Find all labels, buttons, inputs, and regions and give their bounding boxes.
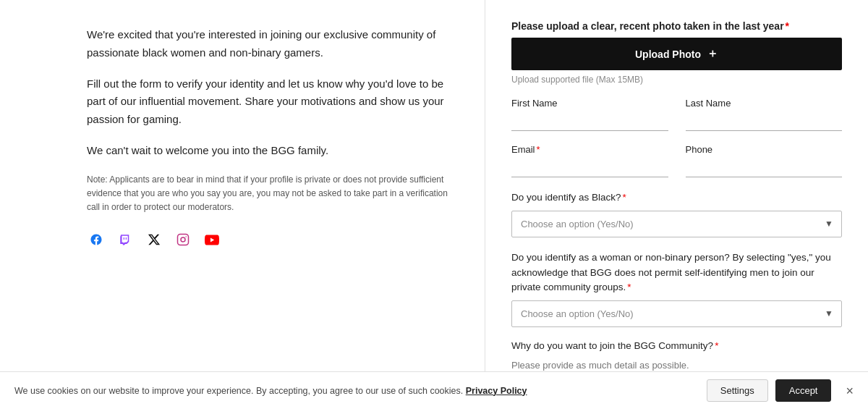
svg-point-1 (181, 237, 185, 242)
required-star-woman: * (627, 282, 631, 292)
identify-black-wrapper: Do you identify as Black?* Choose an opt… (511, 190, 842, 237)
note-text: Note: Applicants are to bear in mind tha… (87, 173, 450, 215)
identify-woman-select[interactable]: Choose an option (Yes/No) Yes No (511, 300, 842, 327)
email-input[interactable] (511, 159, 668, 177)
first-name-label: First Name (511, 98, 668, 109)
facebook-link[interactable] (87, 230, 106, 249)
required-star-email: * (537, 144, 540, 155)
required-star-why: * (715, 340, 718, 351)
instagram-link[interactable] (174, 230, 192, 249)
svg-point-2 (185, 236, 187, 237)
svg-rect-0 (178, 235, 189, 245)
phone-label: Phone (686, 144, 843, 155)
last-name-group: Last Name (686, 98, 843, 131)
cookie-text: We use cookies on our website to improve… (14, 386, 527, 396)
phone-input[interactable] (686, 159, 843, 177)
right-panel: Please upload a clear, recent photo take… (485, 0, 868, 409)
privacy-policy-link[interactable]: Privacy Policy (466, 386, 527, 396)
contact-row: Email* Phone (511, 144, 842, 177)
required-star-black: * (623, 192, 626, 203)
intro-paragraph-3: We can't wait to welcome you into the BG… (87, 142, 450, 160)
identify-black-select[interactable]: Choose an option (Yes/No) Yes No (511, 211, 842, 237)
email-label: Email* (511, 144, 668, 155)
identify-woman-wrapper: Do you identify as a woman or non-binary… (511, 250, 842, 327)
why-join-label: Why do you want to join the BGG Communit… (511, 340, 842, 351)
identify-woman-question: Do you identify as a woman or non-binary… (511, 250, 842, 295)
upload-hint: Upload supported file (Max 15MB) (511, 75, 842, 85)
upload-photo-label: Upload Photo (635, 49, 701, 60)
email-group: Email* (511, 144, 668, 177)
cookie-accept-button[interactable]: Accept (775, 379, 832, 402)
required-star-photo: * (786, 20, 789, 32)
phone-group: Phone (686, 144, 843, 177)
identify-black-question: Do you identify as Black?* (511, 190, 842, 205)
x-twitter-link[interactable] (145, 230, 163, 249)
twitch-link[interactable] (116, 230, 135, 249)
name-row: First Name Last Name (511, 98, 842, 131)
intro-paragraph-1: We're excited that you're interested in … (87, 26, 450, 62)
plus-icon: ＋ (707, 46, 718, 62)
first-name-group: First Name (511, 98, 668, 131)
last-name-input[interactable] (686, 113, 843, 131)
upload-photo-button[interactable]: Upload Photo ＋ (511, 38, 842, 70)
cookie-bar: We use cookies on our website to improve… (0, 371, 868, 409)
photo-section-label: Please upload a clear, recent photo take… (511, 20, 842, 32)
intro-paragraph-2: Fill out the form to verify your identit… (87, 75, 450, 129)
last-name-label: Last Name (686, 98, 843, 109)
page-layout: We're excited that you're interested in … (0, 0, 868, 409)
cookie-buttons: Settings Accept × (707, 379, 854, 402)
first-name-input[interactable] (511, 113, 668, 131)
social-icons-row (87, 230, 450, 249)
left-panel: We're excited that you're interested in … (0, 0, 485, 409)
cookie-close-button[interactable]: × (846, 384, 854, 397)
youtube-link[interactable] (203, 230, 221, 249)
cookie-settings-button[interactable]: Settings (707, 379, 768, 402)
